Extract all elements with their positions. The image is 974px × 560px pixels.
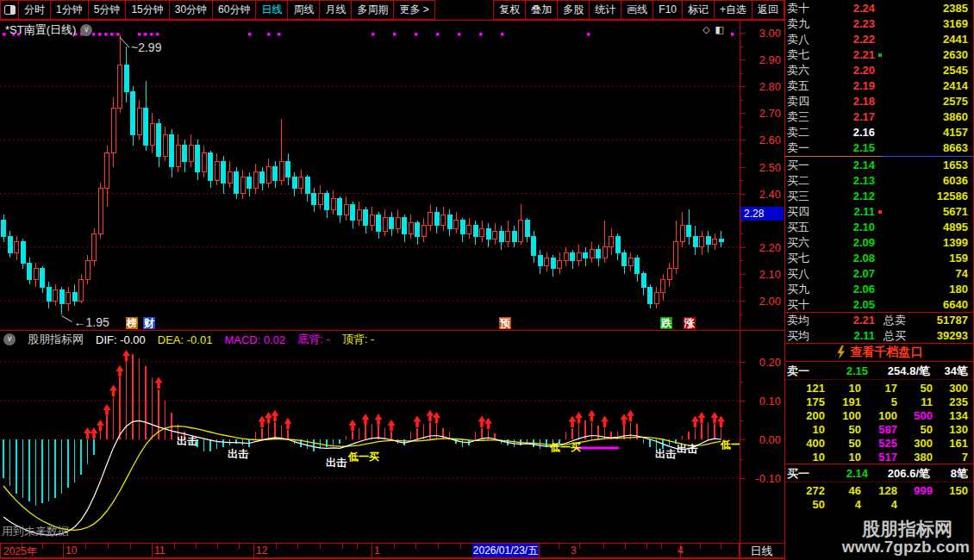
sell-level-row[interactable]: 卖九2.233169 (785, 16, 973, 32)
buy-level-row[interactable]: 买一2.141653 (785, 158, 973, 173)
buy-level-row[interactable]: 买九2.06180 (785, 282, 973, 297)
buy-level-row[interactable]: 买四2.115671 (785, 204, 973, 220)
window-toggle-icon[interactable] (0, 0, 19, 20)
level-volume: 2441 (883, 32, 973, 47)
total-buy-label: 总买 (875, 328, 906, 344)
chevron-down-icon[interactable]: ∨ (80, 24, 92, 36)
menu-item[interactable]: 更多 > (393, 0, 434, 20)
level-price: 2.23 (818, 16, 875, 32)
menu-item[interactable]: 30分钟 (169, 0, 213, 20)
week-tick (415, 544, 416, 549)
menu-item[interactable]: 返回 (752, 0, 784, 20)
buy-level-row[interactable]: 买二2.136036 (785, 173, 973, 189)
level-volume: 2414 (883, 78, 973, 94)
menu-item[interactable]: F10 (652, 0, 683, 20)
level-volume: 2385 (883, 1, 973, 16)
level-marker (875, 220, 883, 235)
buy-level-row[interactable]: 买七2.08159 (785, 251, 973, 266)
panel-toggle-icon[interactable]: ◧ (715, 24, 729, 34)
level-price: 2.11 (818, 204, 875, 220)
mid-divider-left (785, 156, 882, 157)
menu-item[interactable]: 多股 (557, 0, 590, 20)
candlestick-chart[interactable]: ~2.99←1.95 (0, 21, 740, 330)
sell-level-row[interactable]: 卖十2.242385 (785, 1, 973, 16)
axis-minor-tick (740, 167, 743, 168)
menu-item[interactable]: 统计 (589, 0, 621, 20)
queue-cell: 175 (785, 395, 825, 409)
buy-level-row[interactable]: 买十2.056640 (785, 297, 973, 313)
indicator-header: ∨ 股朋指标网 DIF: -0.00 DEA: -0.01 MACD: 0.02… (3, 332, 374, 347)
buy-level-row[interactable]: 买六2.091399 (785, 235, 973, 251)
diamond-icon[interactable]: ◇ (702, 24, 715, 34)
chart-title: *ST南置(日线) ∨ (5, 22, 92, 38)
menu-item[interactable]: 多周期 (351, 0, 394, 20)
time-axis-label: 10 (66, 544, 77, 557)
level-volume: 12586 (883, 189, 973, 204)
sell-level-row[interactable]: 卖一2.158663 (785, 140, 973, 156)
buy-level-row[interactable]: 买五2.104895 (785, 220, 973, 235)
queue-cell: 235 (933, 395, 968, 409)
queue-cell: 130 (933, 423, 968, 437)
sell-level-row[interactable]: 卖三2.173860 (785, 109, 973, 125)
axis-tick (740, 478, 746, 479)
svg-text:~2.99: ~2.99 (131, 40, 162, 54)
queue-cell: 161 (933, 437, 968, 451)
queue-cell: 128 (861, 484, 897, 498)
dotted-divider (785, 482, 973, 482)
sell-level-row[interactable]: 卖七2.212630 (785, 47, 973, 63)
week-tick (646, 544, 647, 549)
buy-level-row[interactable]: 买八2.0774 (785, 266, 973, 282)
sell-level-row[interactable]: 卖八2.222441 (785, 32, 973, 47)
menu-item[interactable]: 15分钟 (125, 0, 169, 20)
queue-cell: 10 (785, 451, 825, 464)
level-label: 卖二 (785, 125, 818, 140)
svg-text:低一买: 低一买 (347, 451, 379, 463)
sell-level-row[interactable]: 卖二2.164157 (785, 125, 973, 140)
queue-cell: 10 (785, 423, 825, 437)
queue-cell: 200 (785, 409, 825, 423)
sell-level-row[interactable]: 卖六2.202545 (785, 63, 973, 78)
chevron-down-icon[interactable]: ∨ (3, 333, 16, 345)
week-tick (320, 544, 321, 549)
selected-date-label[interactable]: 2026/01/23/五 (472, 544, 539, 558)
menu-item[interactable]: 复权 (493, 0, 526, 20)
menu-item[interactable]: 叠加 (525, 0, 558, 20)
buy-avg-price: 2.11 (818, 328, 875, 344)
level-label: 买二 (785, 173, 818, 189)
sell-level-row[interactable]: 卖五2.192414 (785, 78, 973, 94)
menu-item[interactable]: 60分钟 (212, 0, 256, 20)
queue-cell: 50 (785, 498, 825, 512)
level-label: 卖八 (785, 32, 818, 47)
menu-item[interactable]: 画线 (621, 0, 653, 20)
menu-item[interactable]: 5分钟 (88, 0, 127, 20)
menu-item[interactable]: 周线 (287, 0, 320, 20)
menu-item[interactable]: +自选 (714, 0, 752, 20)
total-buy-value: 39293 (906, 328, 973, 344)
macd-chart[interactable]: 出击出击出击出击出击低一买低一买低一买 (0, 331, 740, 542)
sell-level-row[interactable]: 卖四2.182575 (785, 94, 973, 109)
queue-cell: 100 (825, 409, 861, 423)
time-axis-label: 12 (256, 544, 267, 557)
menu-item[interactable]: 标记 (682, 0, 715, 20)
level-label: 卖五 (785, 78, 818, 94)
see-depth-button[interactable]: 查看千档盘口 (785, 344, 973, 362)
week-tick (276, 544, 277, 549)
queue-row: 121101750300 (785, 382, 973, 395)
queue-cell: 134 (933, 409, 968, 423)
axis-separator (371, 544, 372, 558)
level-volume: 180 (883, 282, 973, 297)
level-volume: 3169 (883, 16, 973, 32)
axis-minor-tick (740, 180, 743, 181)
menu-item[interactable]: 1分钟 (50, 0, 89, 20)
buy-level-row[interactable]: 买三2.1212586 (785, 189, 973, 204)
menu-item[interactable]: 分时 (18, 0, 51, 20)
week-tick (721, 544, 721, 549)
week-tick (579, 544, 580, 549)
level-volume: 2575 (883, 94, 973, 109)
axis-tick (740, 401, 746, 401)
level-label: 买五 (785, 220, 818, 235)
week-tick (661, 544, 662, 549)
menu-item[interactable]: 日线 (255, 0, 288, 20)
menu-item[interactable]: 月线 (319, 0, 352, 20)
chart-indicator-divider (0, 330, 784, 331)
